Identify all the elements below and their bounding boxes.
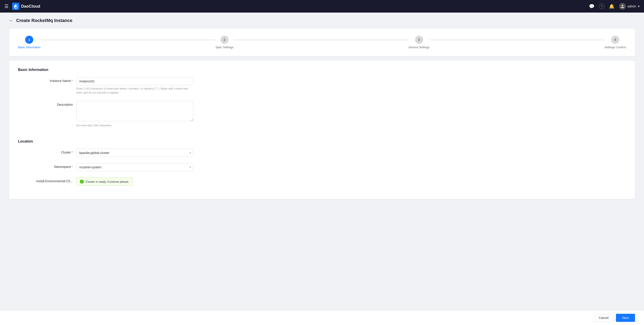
- step-4-label: Settings Confirm: [604, 45, 626, 49]
- step-3-label: Service Settings: [408, 45, 430, 49]
- instance-name-control: Enter 2–40 characters of lowercase lette…: [76, 77, 193, 95]
- cluster-select-wrap: kpanda-global-cluster ▾: [76, 149, 193, 157]
- env-check-row: Install Environmental Ch... ✓ Cluster is…: [18, 178, 626, 186]
- form-card: Basic Information Instance Name* Enter 2…: [9, 61, 635, 199]
- env-check-label: Install Environmental Ch...: [18, 178, 76, 183]
- status-badge: ✓ Cluster is ready, Continue please.: [76, 178, 132, 186]
- required-star: *: [72, 79, 73, 83]
- cancel-button[interactable]: Cancel: [594, 314, 614, 322]
- logo-text: DaoCloud: [21, 4, 40, 9]
- description-control: No more than 256 characters.: [76, 101, 193, 127]
- step-3: 3 Service Settings: [408, 36, 430, 49]
- description-input[interactable]: [76, 101, 193, 121]
- description-hint: No more than 256 characters.: [76, 123, 193, 127]
- namespace-row: Namespace* mcamel-system ▾: [18, 163, 626, 171]
- namespace-label: Namespace*: [18, 163, 76, 169]
- logo-icon: [12, 3, 19, 10]
- page-title: Create RocketMq Instance: [16, 18, 72, 23]
- logo: DaoCloud: [12, 3, 40, 10]
- avatar: [619, 3, 626, 10]
- message-icon[interactable]: 💬: [589, 3, 594, 9]
- notification-icon[interactable]: 🔔: [609, 3, 614, 9]
- env-check-control: ✓ Cluster is ready, Continue please.: [76, 178, 193, 186]
- next-button[interactable]: Next: [616, 314, 635, 322]
- steps-row: 1 Basic Information 2 Spec Settings 3 Se…: [18, 36, 626, 49]
- location-title: Location: [18, 139, 626, 143]
- instance-name-hint: Enter 2–40 characters of lowercase lette…: [76, 87, 193, 95]
- cluster-label: Cluster*: [18, 149, 76, 154]
- namespace-select-wrap: mcamel-system ▾: [76, 163, 193, 171]
- description-row: Description No more than 256 characters.: [18, 101, 626, 127]
- nav-left: ☰ DaoCloud: [4, 3, 40, 10]
- cluster-control: kpanda-global-cluster ▾: [76, 149, 193, 157]
- step-connector-1-2: [40, 40, 215, 40]
- step-3-circle: 3: [415, 36, 423, 44]
- step-2-label: Spec Settings: [216, 45, 234, 49]
- step-1-label: Basic Information: [18, 45, 40, 49]
- basic-info-title: Basic Information: [18, 68, 626, 72]
- user-menu[interactable]: admin ▾: [619, 3, 640, 10]
- check-icon: ✓: [80, 180, 84, 184]
- instance-name-input[interactable]: [76, 77, 193, 85]
- step-1-circle: 1: [25, 36, 33, 44]
- page-wrapper: ← Create RocketMq Instance 1 Basic Infor…: [0, 12, 644, 215]
- description-label: Description: [18, 101, 76, 106]
- step-2-circle: 2: [220, 36, 228, 44]
- env-status-text: Cluster is ready, Continue please.: [86, 180, 129, 183]
- step-1: 1 Basic Information: [18, 36, 40, 49]
- required-star-cluster: *: [72, 151, 73, 154]
- cluster-select[interactable]: kpanda-global-cluster: [76, 149, 193, 157]
- instance-name-row: Instance Name* Enter 2–40 characters of …: [18, 77, 626, 95]
- step-4: 4 Settings Confirm: [604, 36, 626, 49]
- step-connector-3-4: [430, 40, 604, 40]
- instance-name-label: Instance Name*: [18, 77, 76, 83]
- steps-card: 1 Basic Information 2 Spec Settings 3 Se…: [9, 28, 635, 56]
- hamburger-icon[interactable]: ☰: [4, 3, 8, 9]
- step-connector-2-3: [234, 40, 408, 40]
- namespace-select[interactable]: mcamel-system: [76, 163, 193, 171]
- namespace-control: mcamel-system ▾: [76, 163, 193, 171]
- section-divider: [18, 134, 626, 134]
- help-icon[interactable]: ?: [599, 3, 604, 9]
- step-4-circle: 4: [611, 36, 619, 44]
- action-bar: Cancel Next: [0, 311, 644, 325]
- nav-right: 💬 ? 🔔 admin ▾: [589, 3, 640, 10]
- user-name: admin: [628, 4, 636, 8]
- top-navigation: ☰ DaoCloud 💬 ? 🔔 admin ▾: [0, 0, 644, 12]
- chevron-down-icon: ▾: [638, 4, 640, 8]
- back-button[interactable]: ←: [9, 18, 14, 23]
- page-header: ← Create RocketMq Instance: [9, 18, 635, 23]
- cluster-row: Cluster* kpanda-global-cluster ▾: [18, 149, 626, 157]
- step-2: 2 Spec Settings: [216, 36, 234, 49]
- required-star-namespace: *: [72, 165, 73, 169]
